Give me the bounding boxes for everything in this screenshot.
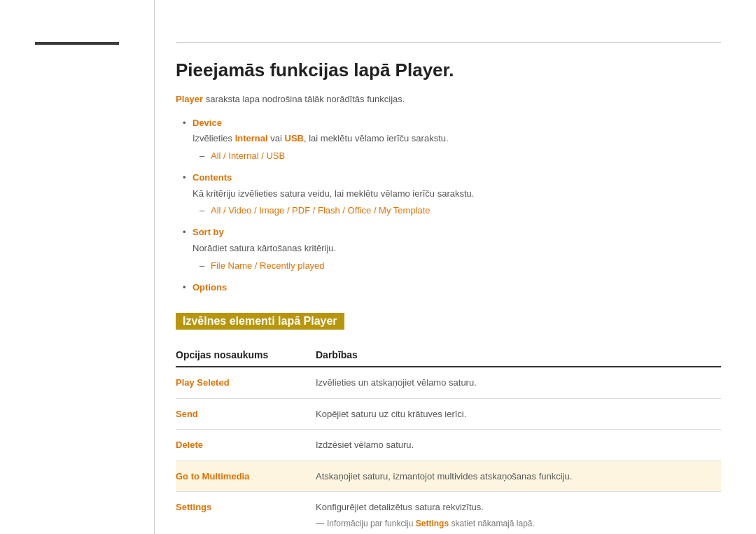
option-name-settings: Settings — [176, 492, 316, 534]
table-row: Play Seleted Izvēlieties un atskaņojiet … — [176, 367, 721, 398]
section2-heading: Izvēlnes elementi lapā Player — [176, 313, 344, 330]
col2-header: Darbības — [316, 344, 721, 367]
table-row: Settings Konfigurējiet detalizētus satur… — [176, 492, 721, 534]
bold-usb: USB — [285, 133, 304, 143]
table-header-row: Opcijas nosaukums Darbības — [176, 344, 721, 367]
bullet-label-sortby: Sort by — [192, 227, 224, 237]
settings-desc: Konfigurējiet detalizētus satura rekvizī… — [316, 500, 721, 514]
left-sidebar — [0, 0, 154, 534]
intro-text-after: saraksta lapa nodrošina tālāk norādītās … — [203, 94, 405, 104]
bold-internal: Internal — [235, 133, 268, 143]
option-name-multimedia: Go to Multimedia — [176, 461, 316, 492]
option-desc-settings: Konfigurējiet detalizētus satura rekvizī… — [316, 492, 721, 534]
options-table: Opcijas nosaukums Darbības Play Seleted … — [176, 344, 721, 534]
sub-item-device-text: All / Internal / USB — [211, 150, 285, 161]
option-name-send: Send — [176, 398, 316, 430]
page-title: Pieejamās funkcijas lapā Player. — [176, 59, 721, 81]
main-content: Pieejamās funkcijas lapā Player. Player … — [154, 0, 756, 534]
table-row: Go to Multimedia Atskaņojiet saturu, izm… — [176, 461, 721, 492]
top-rule — [176, 42, 721, 43]
list-item-device: Device Izvēlieties Internal vai USB, lai… — [183, 116, 721, 164]
sub-item-sortby-text: File Name / Recently played — [211, 260, 325, 271]
list-item-sortby: Sort by Norādiet satura kārtošanas kritē… — [183, 225, 721, 273]
option-name-delete: Delete — [176, 430, 316, 461]
dash-prefix: — — [316, 519, 324, 528]
intro-text: Player saraksta lapa nodrošina tālāk nor… — [176, 92, 721, 106]
option-desc-send: Kopējiet saturu uz citu krātuves ierīci. — [316, 398, 721, 430]
bullet-label-contents: Contents — [192, 172, 232, 183]
option-desc-play: Izvēlieties un atskaņojiet vēlamo saturu… — [316, 367, 721, 398]
sub-item-sortby: File Name / Recently played — [200, 259, 721, 274]
sub-list-sortby: File Name / Recently played — [200, 259, 721, 274]
bullet-desc-sortby: Norādiet satura kārtošanas kritēriju. — [192, 241, 721, 256]
sub-list-contents: All / Video / Image / PDF / Flash / Offi… — [200, 204, 721, 218]
sub-item-device: All / Internal / USB — [200, 149, 721, 164]
sub-list-device: All / Internal / USB — [200, 149, 721, 164]
player-highlight: Player — [176, 94, 203, 104]
sidebar-bar — [35, 42, 119, 45]
bullet-desc-device: Izvēlieties Internal vai USB, lai meklēt… — [192, 132, 721, 146]
sub-item-contents: All / Video / Image / PDF / Flash / Offi… — [200, 204, 721, 218]
bullet-list: Device Izvēlieties Internal vai USB, lai… — [183, 116, 721, 295]
list-item-options: Options — [183, 281, 721, 295]
table-row: Send Kopējiet saturu uz citu krātuves ie… — [176, 398, 721, 430]
table-row: Delete Izdzēsiet vēlamo saturu. — [176, 430, 721, 461]
list-item-contents: Contents Kā kritēriju izvēlieties satura… — [183, 171, 721, 218]
sub-item-contents-text: All / Video / Image / PDF / Flash / Offi… — [211, 205, 430, 216]
bullet-label-device: Device — [192, 118, 222, 128]
bullet-label-options: Options — [192, 282, 227, 293]
option-name-play: Play Seleted — [176, 367, 316, 398]
settings-note: —Informāciju par funkciju Settings skati… — [316, 517, 721, 530]
option-desc-multimedia: Atskaņojiet saturu, izmantojot multivide… — [316, 461, 721, 492]
page-container: Pieejamās funkcijas lapā Player. Player … — [0, 0, 756, 534]
settings-bold: Settings — [416, 519, 449, 528]
option-desc-delete: Izdzēsiet vēlamo saturu. — [316, 430, 721, 461]
bullet-desc-contents: Kā kritēriju izvēlieties satura veidu, l… — [192, 187, 721, 202]
col1-header: Opcijas nosaukums — [176, 344, 316, 367]
